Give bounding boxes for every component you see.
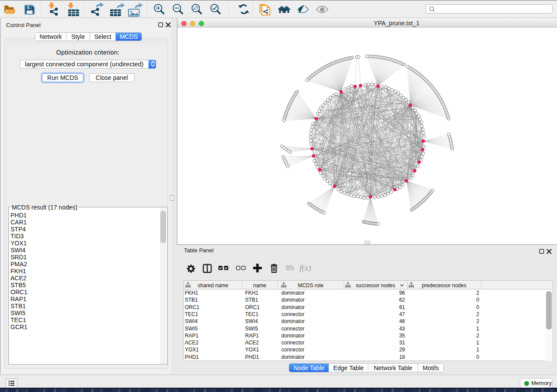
svg-text:f(x): f(x) xyxy=(300,263,311,273)
